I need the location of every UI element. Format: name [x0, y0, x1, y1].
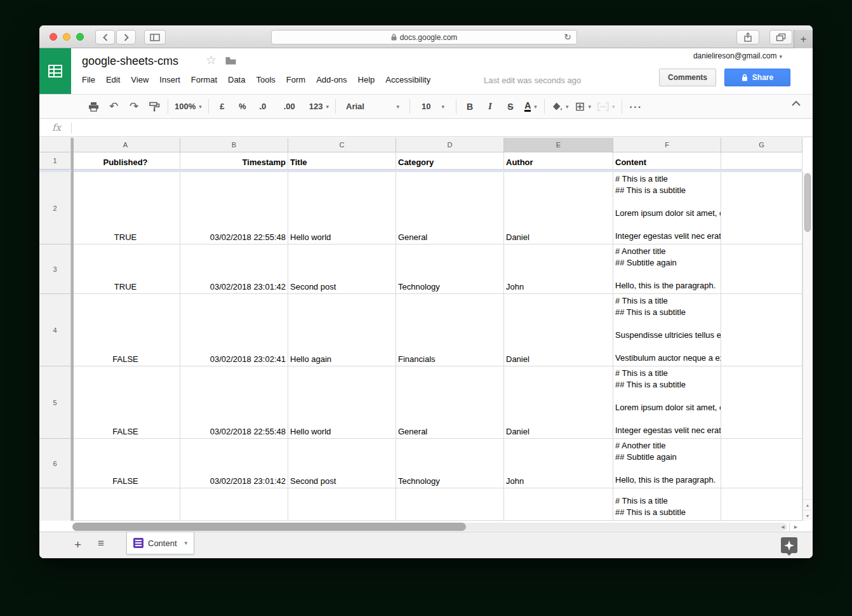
row-number[interactable]: 4 [39, 294, 71, 366]
sheet-tab-content[interactable]: Content ▾ [126, 532, 194, 554]
cell[interactable] [721, 244, 802, 294]
more-toolbar-button[interactable]: ⋯ [629, 98, 642, 115]
cell[interactable]: 03/02/2018 22:55:48 [180, 172, 288, 244]
borders-button[interactable]: ⊞▾ [575, 98, 591, 115]
column-header-g[interactable]: G [721, 138, 802, 152]
document-title[interactable]: google-sheets-cms [82, 55, 178, 68]
all-sheets-menu-button[interactable]: ≡ [98, 537, 103, 550]
share-page-button[interactable] [736, 30, 759, 44]
cell[interactable]: 03/02/2018 23:02:41 [180, 294, 288, 366]
cell[interactable]: FALSE [71, 294, 180, 366]
scroll-left-button[interactable]: ◀ [776, 523, 789, 531]
cell[interactable]: 03/02/2018 23:01:42 [180, 244, 288, 294]
share-button[interactable]: Share [724, 69, 790, 86]
cell[interactable]: Technology [396, 244, 504, 294]
add-sheet-button[interactable]: + [74, 538, 81, 552]
cell[interactable] [504, 488, 613, 521]
column-header-c[interactable]: C [288, 138, 396, 152]
menu-view[interactable]: View [131, 75, 149, 84]
cell[interactable]: John [504, 439, 613, 488]
account-menu[interactable]: danielireson@gmail.com▾ [693, 51, 782, 60]
cell[interactable]: # Another title ## Subtitle again Hello,… [613, 244, 721, 294]
sidebar-toggle-button[interactable] [144, 30, 166, 44]
cell[interactable]: Published? [71, 152, 180, 170]
forward-button[interactable] [116, 30, 136, 44]
menu-data[interactable]: Data [228, 75, 245, 84]
format-percent-button[interactable]: % [236, 98, 250, 115]
minimize-window-button[interactable] [63, 33, 70, 41]
row-number[interactable]: 2 [39, 172, 71, 244]
scroll-right-button[interactable]: ▶ [789, 523, 802, 531]
fill-color-button[interactable]: ▾ [551, 98, 569, 115]
cell[interactable]: Financials [396, 294, 504, 366]
cell[interactable] [721, 172, 802, 244]
row-number[interactable]: 1 [39, 152, 71, 170]
cell[interactable]: Timestamp [180, 152, 288, 170]
explore-button[interactable] [781, 537, 797, 553]
menu-format[interactable]: Format [191, 75, 217, 84]
cell[interactable]: Daniel [504, 366, 613, 439]
print-button[interactable] [86, 98, 100, 115]
cell[interactable] [288, 488, 396, 521]
cell[interactable]: Technology [396, 439, 504, 488]
cell[interactable]: Hello world [288, 172, 396, 244]
cell[interactable]: Hello again [288, 294, 396, 366]
comments-button[interactable]: Comments [659, 69, 716, 86]
cell[interactable]: General [396, 366, 504, 439]
menu-accessibility[interactable]: Accessibility [385, 75, 430, 84]
cell[interactable] [721, 488, 802, 521]
row-number[interactable]: 5 [39, 366, 71, 439]
cell[interactable]: # Another title ## Subtitle again Hello,… [613, 439, 721, 488]
horizontal-scrollbar[interactable]: ◀ ▶ [39, 522, 812, 532]
cell[interactable]: Category [396, 152, 504, 170]
zoom-window-button[interactable] [76, 33, 84, 41]
cell[interactable]: Second post [288, 439, 396, 488]
cell[interactable]: # This is a title ## This is a subtitle … [613, 366, 721, 439]
cell[interactable] [71, 488, 180, 521]
cell[interactable]: # This is a title ## This is a subtitle [613, 488, 721, 521]
menu-form[interactable]: Form [286, 75, 305, 84]
cell[interactable]: General [396, 172, 504, 244]
format-currency-button[interactable]: £ [215, 98, 229, 115]
collapse-toolbar-button[interactable] [791, 100, 801, 107]
select-all-corner[interactable] [39, 138, 71, 152]
formula-input[interactable] [76, 119, 810, 137]
cell[interactable]: Title [288, 152, 396, 170]
last-edit-status[interactable]: Last edit was seconds ago [484, 76, 581, 85]
menu-tools[interactable]: Tools [256, 75, 275, 84]
paint-format-button[interactable] [147, 98, 161, 115]
italic-button[interactable]: I [483, 98, 497, 115]
cell[interactable] [721, 439, 802, 488]
cell[interactable] [180, 488, 288, 521]
back-button[interactable] [95, 30, 115, 44]
vertical-scrollbar[interactable]: ▲ ▼ [802, 172, 812, 521]
cell[interactable]: 03/02/2018 22:55:48 [180, 366, 288, 439]
reload-icon[interactable]: ↻ [564, 32, 571, 42]
menu-edit[interactable]: Edit [106, 75, 120, 84]
column-header-e[interactable]: E [504, 138, 613, 152]
cell[interactable]: Hello world [288, 366, 396, 439]
cell[interactable] [721, 152, 802, 170]
cell[interactable]: # This is a title ## This is a subtitle … [613, 294, 721, 366]
cell[interactable]: Author [504, 152, 613, 170]
bold-button[interactable]: B [463, 98, 477, 115]
undo-button[interactable]: ↶ [107, 98, 121, 115]
cell[interactable]: Daniel [504, 172, 613, 244]
number-format-menu[interactable]: 123▾ [309, 98, 329, 115]
font-family-select[interactable]: Arial▾ [342, 98, 403, 115]
cell[interactable]: Daniel [504, 294, 613, 366]
new-tab-button[interactable]: + [794, 30, 813, 48]
frozen-column-bar[interactable] [71, 138, 74, 521]
horizontal-scrollbar-thumb[interactable] [72, 523, 466, 531]
menu-addons[interactable]: Add-ons [316, 75, 347, 84]
cell[interactable]: John [504, 244, 613, 294]
menu-insert[interactable]: Insert [159, 75, 180, 84]
scroll-up-button[interactable]: ▲ [803, 499, 812, 510]
address-bar[interactable]: docs.google.com ↻ [271, 30, 577, 44]
cell[interactable]: FALSE [71, 366, 180, 439]
cell[interactable]: TRUE [71, 172, 180, 244]
column-header-b[interactable]: B [180, 138, 288, 152]
row-number[interactable]: 7 [39, 488, 71, 521]
folder-icon[interactable] [225, 57, 236, 65]
font-size-select[interactable]: 10▾ [416, 98, 449, 115]
